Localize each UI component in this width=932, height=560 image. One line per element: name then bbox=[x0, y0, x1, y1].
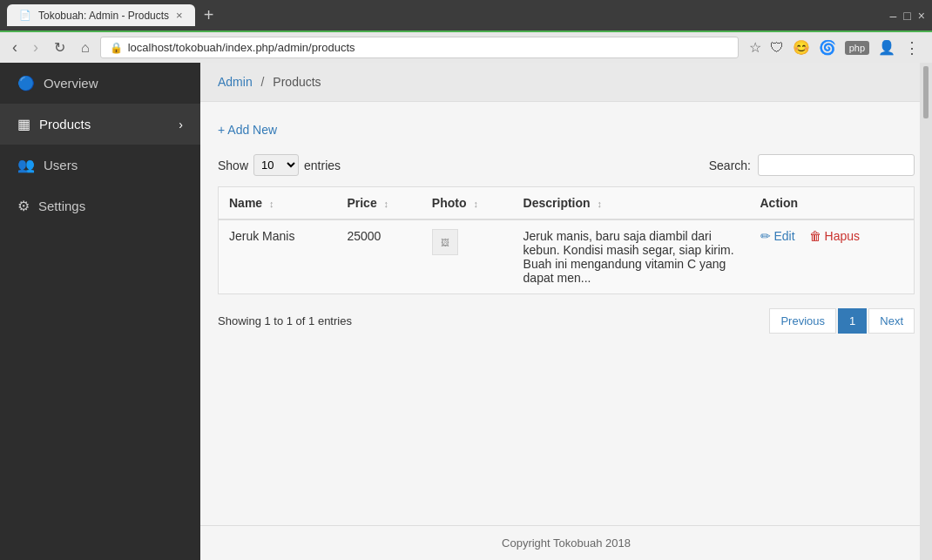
add-new-button[interactable]: + Add New bbox=[218, 119, 277, 140]
scrollbar-track[interactable] bbox=[920, 63, 932, 560]
php-badge: php bbox=[845, 41, 869, 55]
col-name-header[interactable]: Name ↕ bbox=[219, 187, 337, 220]
entries-select[interactable]: 10 25 50 100 bbox=[253, 154, 299, 176]
cell-action: ✏ Edit 🗑 Hapus bbox=[750, 219, 915, 294]
profile-icon[interactable]: 🌀 bbox=[819, 39, 836, 56]
photo-placeholder: 🖼 bbox=[432, 229, 458, 255]
cell-price: 25000 bbox=[336, 219, 421, 294]
back-button[interactable]: ‹ bbox=[7, 37, 23, 58]
sidebar: 🔵 Overview ▦ Products › 👥 Users ⚙ Settin… bbox=[0, 63, 200, 560]
entries-label: entries bbox=[304, 159, 341, 172]
window-minimize-button[interactable]: – bbox=[890, 9, 897, 23]
pagination-info: Showing 1 to 1 of 1 entries bbox=[218, 314, 352, 327]
edit-button[interactable]: ✏ Edit bbox=[760, 229, 795, 243]
settings-icon: ⚙ bbox=[17, 198, 30, 214]
tab-favicon: 📄 bbox=[19, 10, 31, 21]
pagination-buttons: Previous 1 Next bbox=[769, 308, 915, 334]
sidebar-item-products[interactable]: ▦ Products › bbox=[0, 104, 200, 145]
cell-photo: 🖼 bbox=[422, 219, 513, 294]
edit-icon: ✏ bbox=[760, 229, 771, 243]
sort-photo-icon: ↕ bbox=[473, 199, 478, 209]
shield-icon[interactable]: 🛡 bbox=[770, 40, 784, 56]
products-icon: ▦ bbox=[17, 116, 30, 132]
refresh-button[interactable]: ↻ bbox=[49, 37, 71, 57]
footer-text: Copyright Tokobuah 2018 bbox=[502, 536, 631, 550]
cell-description: Jeruk manis, baru saja diambil dari kebu… bbox=[513, 219, 750, 294]
breadcrumb-separator: / bbox=[261, 75, 265, 89]
new-tab-button[interactable]: + bbox=[200, 5, 218, 25]
overview-icon: 🔵 bbox=[17, 75, 35, 91]
col-price-header[interactable]: Price ↕ bbox=[336, 187, 421, 220]
sidebar-item-overview[interactable]: 🔵 Overview bbox=[0, 63, 200, 104]
main-content: Admin / Products + Add New Show 10 25 50… bbox=[200, 63, 932, 560]
emoji-icon[interactable]: 😊 bbox=[793, 39, 810, 56]
scrollbar-thumb[interactable] bbox=[923, 66, 929, 118]
sort-price-icon: ↕ bbox=[384, 199, 389, 209]
sidebar-item-settings[interactable]: ⚙ Settings bbox=[0, 186, 200, 226]
show-entries-control: Show 10 25 50 100 entries bbox=[218, 154, 341, 176]
sidebar-item-users[interactable]: 👥 Users bbox=[0, 145, 200, 186]
window-close-button[interactable]: × bbox=[918, 9, 925, 23]
search-input[interactable] bbox=[758, 154, 915, 176]
delete-label: Hapus bbox=[825, 229, 860, 243]
sidebar-label-settings: Settings bbox=[38, 199, 85, 213]
browser-titlebar: 📄 Tokobuah: Admin - Products × + – □ × bbox=[0, 0, 932, 30]
table-controls: Show 10 25 50 100 entries Search: bbox=[218, 154, 915, 176]
search-control: Search: bbox=[709, 154, 915, 176]
window-maximize-button[interactable]: □ bbox=[903, 9, 910, 23]
table-row: Jeruk Manis 25000 🖼 Jeruk manis, baru sa… bbox=[219, 219, 915, 294]
tab-title: Tokobuah: Admin - Products bbox=[38, 10, 169, 22]
browser-navbar: ‹ › ↻ ⌂ 🔒 localhost/tokobuah/index.php/a… bbox=[0, 30, 932, 63]
tab-close-icon[interactable]: × bbox=[176, 9, 183, 22]
col-action-header: Action bbox=[750, 187, 915, 220]
star-icon[interactable]: ☆ bbox=[749, 39, 761, 56]
sidebar-label-products: Products bbox=[39, 117, 91, 132]
breadcrumb: Admin / Products bbox=[200, 63, 932, 102]
trash-icon: 🗑 bbox=[809, 229, 821, 243]
home-button[interactable]: ⌂ bbox=[76, 38, 95, 57]
sort-name-icon: ↕ bbox=[269, 199, 274, 209]
page-footer: Copyright Tokobuah 2018 bbox=[200, 525, 932, 560]
show-label: Show bbox=[218, 159, 248, 172]
sort-description-icon: ↕ bbox=[597, 199, 602, 209]
forward-button[interactable]: › bbox=[28, 37, 44, 58]
lock-icon: 🔒 bbox=[110, 42, 123, 54]
breadcrumb-admin-link[interactable]: Admin bbox=[218, 75, 253, 89]
edit-label: Edit bbox=[774, 229, 795, 243]
menu-icon[interactable]: ⋮ bbox=[904, 38, 920, 57]
page-1-button[interactable]: 1 bbox=[838, 308, 867, 334]
browser-toolbar-icons: ☆ 🛡 😊 🌀 php 👤 ⋮ bbox=[744, 38, 925, 57]
address-bar[interactable]: 🔒 localhost/tokobuah/index.php/admin/pro… bbox=[100, 37, 739, 58]
breadcrumb-current: Products bbox=[273, 75, 321, 89]
user-avatar[interactable]: 👤 bbox=[878, 39, 895, 56]
search-label: Search: bbox=[709, 159, 751, 172]
delete-button[interactable]: 🗑 Hapus bbox=[809, 229, 860, 243]
cell-name: Jeruk Manis bbox=[219, 219, 337, 294]
content-area: + Add New Show 10 25 50 100 entries Sear… bbox=[200, 102, 932, 525]
col-photo-header[interactable]: Photo ↕ bbox=[422, 187, 513, 220]
col-description-header[interactable]: Description ↕ bbox=[513, 187, 750, 220]
next-button[interactable]: Next bbox=[868, 308, 915, 334]
browser-tab[interactable]: 📄 Tokobuah: Admin - Products × bbox=[7, 4, 195, 26]
users-icon: 👥 bbox=[17, 157, 35, 173]
sidebar-label-users: Users bbox=[44, 158, 78, 172]
previous-button[interactable]: Previous bbox=[769, 308, 836, 334]
address-text: localhost/tokobuah/index.php/admin/produ… bbox=[128, 41, 355, 54]
sidebar-label-overview: Overview bbox=[44, 76, 98, 91]
products-table: Name ↕ Price ↕ Photo ↕ Description bbox=[218, 186, 915, 294]
products-chevron-icon: › bbox=[179, 118, 183, 132]
pagination-area: Showing 1 to 1 of 1 entries Previous 1 N… bbox=[218, 308, 915, 334]
